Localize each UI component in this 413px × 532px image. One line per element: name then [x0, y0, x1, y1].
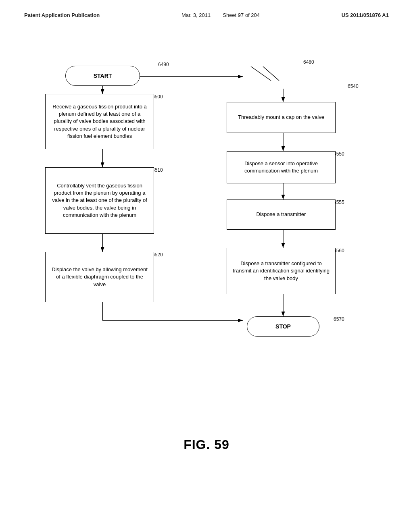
label-6540: 6540 [348, 83, 359, 89]
box-6540: Threadably mount a cap on the valve [227, 102, 336, 133]
box-6520: Displace the valve by allowing movement … [45, 252, 154, 302]
sheet: Sheet 97 of 204 [223, 12, 260, 18]
flowchart: 6490 START 6500 Receive a gaseous fissio… [33, 42, 380, 425]
svg-line-14 [263, 66, 279, 81]
header-center: Mar. 3, 2011 Sheet 97 of 204 [181, 12, 260, 18]
box-6550: Dispose a sensor into operative communic… [227, 151, 336, 183]
box-6560: Dispose a transmitter configured to tran… [227, 248, 336, 294]
header: Patent Application Publication Mar. 3, 2… [24, 12, 389, 18]
header-left: Patent Application Publication [24, 12, 100, 18]
label-6480: 6480 [303, 59, 314, 65]
diagram-area: 6490 START 6500 Receive a gaseous fissio… [24, 42, 389, 425]
page: Patent Application Publication Mar. 3, 2… [0, 0, 413, 532]
publication-label: Patent Application Publication [24, 12, 100, 18]
box-6500: Receive a gaseous fission product into a… [45, 94, 154, 149]
label-6490: 6490 [158, 62, 169, 67]
box-6555: Dispose a transmitter [227, 200, 336, 230]
label-6570: 6570 [334, 316, 344, 322]
stop-node: STOP [247, 316, 319, 337]
box-6510: Controllably vent the gaseous fission pr… [45, 167, 154, 234]
date: Mar. 3, 2011 [181, 12, 211, 18]
start-node: START [65, 66, 140, 86]
header-right: US 2011/051876 A1 [342, 12, 389, 18]
patent-number: US 2011/051876 A1 [342, 12, 389, 18]
figure-caption: FIG. 59 [24, 437, 389, 452]
svg-line-13 [251, 66, 271, 81]
